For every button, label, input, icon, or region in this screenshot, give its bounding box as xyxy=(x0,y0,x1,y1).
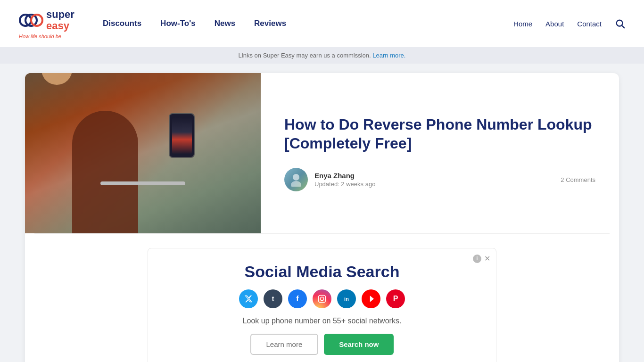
person-head xyxy=(41,73,72,85)
youtube-icon[interactable] xyxy=(362,289,380,308)
ad-learn-more-button[interactable]: Learn more xyxy=(250,334,319,355)
author-date: Updated: 2 weeks ago xyxy=(314,181,375,188)
header-right: Home About Contact xyxy=(513,18,625,29)
header-left: super easy How life should be Discounts … xyxy=(19,8,286,39)
svg-point-8 xyxy=(320,297,324,301)
article-card: How to Do Reverse Phone Number Lookup [C… xyxy=(25,73,619,362)
ad-info-icon[interactable]: i xyxy=(473,255,481,263)
ad-label: i ✕ xyxy=(473,254,490,263)
svg-marker-10 xyxy=(370,296,374,302)
logo-easy: easy xyxy=(46,20,74,32)
logo-tagline: How life should be xyxy=(19,33,61,39)
main-nav: Discounts How-To's News Reviews xyxy=(103,19,286,28)
bike-handle xyxy=(100,181,185,185)
ad-section: i ✕ Social Media Search t f in xyxy=(25,234,619,362)
ad-title: Social Media Search xyxy=(167,263,477,281)
article-meta: Enya Zhang Updated: 2 weeks ago 2 Commen… xyxy=(284,168,595,191)
article-image-container xyxy=(25,73,261,233)
nav-reviews[interactable]: Reviews xyxy=(254,19,286,28)
commission-bar: Links on Super Easy may earn us a commis… xyxy=(0,47,644,64)
avatar-image xyxy=(289,173,303,187)
nav-howtos[interactable]: How-To's xyxy=(160,19,196,28)
author-name: Enya Zhang xyxy=(314,172,375,180)
facebook-icon[interactable]: f xyxy=(288,289,307,308)
pinterest-icon[interactable]: P xyxy=(386,289,405,308)
nav-news[interactable]: News xyxy=(215,19,235,28)
svg-line-4 xyxy=(622,25,624,28)
search-icon xyxy=(615,18,625,29)
commission-link[interactable]: Learn more. xyxy=(372,52,405,59)
site-logo[interactable]: super easy How life should be xyxy=(19,8,74,39)
article-top: How to Do Reverse Phone Number Lookup [C… xyxy=(25,73,619,233)
nav-about[interactable]: About xyxy=(545,20,564,28)
phone-shape xyxy=(169,113,195,158)
ad-search-button[interactable]: Search now xyxy=(324,334,394,355)
site-header: super easy How life should be Discounts … xyxy=(0,0,644,47)
tumblr-icon[interactable]: t xyxy=(264,289,282,308)
ad-buttons: Learn more Search now xyxy=(167,334,477,355)
logo-icon xyxy=(19,8,43,33)
nav-home[interactable]: Home xyxy=(513,20,532,28)
author-details: Enya Zhang Updated: 2 weeks ago xyxy=(314,172,375,188)
article-title: How to Do Reverse Phone Number Lookup [C… xyxy=(284,115,595,153)
ad-card: i ✕ Social Media Search t f in xyxy=(148,248,496,362)
comments-count[interactable]: 2 Comments xyxy=(561,176,595,183)
twitter-icon[interactable] xyxy=(239,289,258,308)
svg-point-6 xyxy=(291,181,301,187)
logo-super: super xyxy=(46,9,74,20)
instagram-icon[interactable] xyxy=(313,289,331,308)
author-info: Enya Zhang Updated: 2 weeks ago xyxy=(284,168,375,191)
svg-rect-7 xyxy=(319,296,326,303)
article-info: How to Do Reverse Phone Number Lookup [C… xyxy=(261,73,619,233)
nav-discounts[interactable]: Discounts xyxy=(103,19,141,28)
person-body xyxy=(72,111,138,233)
ad-description: Look up phone number on 55+ social netwo… xyxy=(167,317,477,325)
svg-point-5 xyxy=(293,174,299,181)
nav-contact[interactable]: Contact xyxy=(577,20,602,28)
main-content: How to Do Reverse Phone Number Lookup [C… xyxy=(16,73,628,362)
article-image xyxy=(25,73,261,233)
linkedin-icon[interactable]: in xyxy=(337,289,356,308)
ad-close-button[interactable]: ✕ xyxy=(484,254,490,263)
phone-screen xyxy=(172,117,192,154)
social-icons-row: t f in P xyxy=(167,289,477,308)
svg-point-9 xyxy=(323,296,324,297)
commission-text: Links on Super Easy may earn us a commis… xyxy=(239,52,373,59)
author-avatar xyxy=(284,168,308,191)
search-button[interactable] xyxy=(615,18,625,29)
